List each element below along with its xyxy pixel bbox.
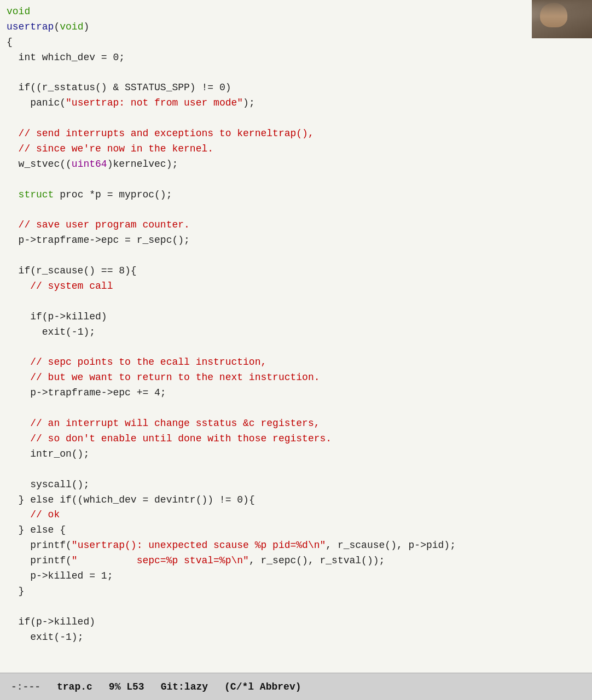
code-content: voidusertrap(void){ int which_dev = 0; i… bbox=[7, 4, 585, 645]
code-line bbox=[7, 248, 585, 264]
code-line bbox=[7, 599, 585, 615]
code-line: if(p->killed) bbox=[7, 615, 585, 630]
code-line: // ok bbox=[7, 508, 585, 523]
code-line bbox=[7, 172, 585, 188]
code-line: if(p->killed) bbox=[7, 310, 585, 325]
code-line: p->killed = 1; bbox=[7, 569, 585, 584]
status-mode: (C/*l Abbrev) bbox=[224, 681, 301, 692]
code-line: // an interrupt will change sstatus &c r… bbox=[7, 416, 585, 431]
code-line: struct proc *p = myproc(); bbox=[7, 188, 585, 203]
code-line: p->trapframe->epc += 4; bbox=[7, 386, 585, 401]
code-line: usertrap(void) bbox=[7, 20, 585, 35]
code-line: // since we're now in the kernel. bbox=[7, 142, 585, 157]
code-line bbox=[7, 203, 585, 218]
code-line bbox=[7, 462, 585, 477]
code-line: exit(-1); bbox=[7, 325, 585, 340]
code-editor[interactable]: Frans Kaashoek voidusertrap(void){ int w… bbox=[0, 0, 592, 673]
code-line: w_stvec((uint64)kernelvec); bbox=[7, 157, 585, 172]
code-line bbox=[7, 340, 585, 355]
code-line: printf("usertrap(): unexpected scause %p… bbox=[7, 538, 585, 553]
code-line: syscall(); bbox=[7, 477, 585, 493]
code-line: // send interrupts and exceptions to ker… bbox=[7, 126, 585, 142]
code-line: int which_dev = 0; bbox=[7, 50, 585, 66]
code-line: { bbox=[7, 35, 585, 50]
code-line bbox=[7, 401, 585, 416]
code-line: } else { bbox=[7, 523, 585, 538]
code-line: intr_on(); bbox=[7, 447, 585, 462]
code-line: // sepc points to the ecall instruction, bbox=[7, 355, 585, 370]
code-line: // but we want to return to the next ins… bbox=[7, 370, 585, 386]
code-line: } else if((which_dev = devintr()) != 0){ bbox=[7, 493, 585, 508]
code-line: // so don't enable until done with those… bbox=[7, 431, 585, 447]
code-line: exit(-1); bbox=[7, 630, 585, 645]
avatar: Frans Kaashoek bbox=[532, 0, 592, 38]
code-line: if(r_scause() == 8){ bbox=[7, 264, 585, 279]
status-position: 9% L53 bbox=[109, 681, 144, 692]
code-line: void bbox=[7, 4, 585, 20]
code-line: } bbox=[7, 584, 585, 599]
code-line: p->trapframe->epc = r_sepc(); bbox=[7, 233, 585, 248]
code-line: // save user program counter. bbox=[7, 218, 585, 233]
code-line bbox=[7, 66, 585, 81]
code-line: // system call bbox=[7, 279, 585, 294]
status-git: Git:lazy bbox=[161, 681, 208, 692]
status-dashes: -:--- bbox=[11, 681, 40, 692]
code-line bbox=[7, 111, 585, 126]
code-line: printf(" sepc=%p stval=%p\n", r_sepc(), … bbox=[7, 553, 585, 569]
code-line: panic("usertrap: not from user mode"); bbox=[7, 96, 585, 111]
code-line: if((r_sstatus() & SSTATUS_SPP) != 0) bbox=[7, 80, 585, 96]
code-line bbox=[7, 294, 585, 310]
status-filename: trap.c bbox=[57, 681, 92, 692]
status-bar: -:--- trap.c 9% L53 Git:lazy (C/*l Abbre… bbox=[0, 673, 592, 700]
